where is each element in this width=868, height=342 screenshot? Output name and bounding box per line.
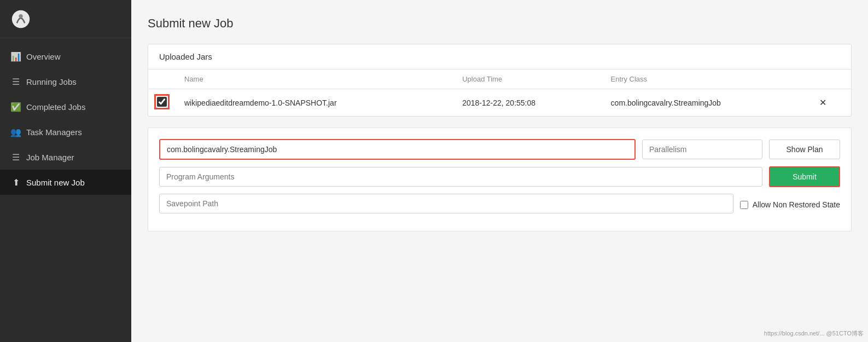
- allow-non-restored-checkbox[interactable]: [740, 201, 748, 209]
- delete-jar-icon[interactable]: ✕: [819, 98, 826, 107]
- submit-job-icon: ⬆: [11, 177, 21, 187]
- parallelism-input[interactable]: [642, 140, 762, 159]
- savepoint-row: Allow Non Restored State: [159, 194, 840, 213]
- sidebar: 📊 Overview ☰ Running Jobs ✅ Completed Jo…: [0, 0, 131, 342]
- jar-name-cell: wikipediaeditdreamdemo-1.0-SNAPSHOT.jar: [176, 89, 453, 117]
- name-col-header: Name: [176, 69, 453, 89]
- sidebar-item-running-jobs-label: Running Jobs: [26, 77, 77, 86]
- completed-jobs-icon: ✅: [11, 102, 21, 112]
- main-content: Submit new Job Uploaded Jars Name Upload…: [131, 0, 868, 342]
- allow-non-restored-state-group: Allow Non Restored State: [740, 200, 840, 209]
- jar-entry-class-cell: com.bolingcavalry.StreamingJob: [602, 89, 811, 117]
- entry-class-row: Show Plan: [159, 139, 840, 160]
- program-arguments-input[interactable]: [159, 167, 762, 187]
- sidebar-item-job-manager[interactable]: ☰ Job Manager: [0, 144, 131, 170]
- savepoint-path-input[interactable]: [159, 194, 733, 213]
- entry-class-input[interactable]: [159, 139, 636, 160]
- uploaded-jars-header: Uploaded Jars: [148, 44, 851, 69]
- watermark-text: https://blog.csdn.net/... @51CTO博客: [764, 329, 864, 338]
- program-args-row: Submit: [159, 166, 840, 187]
- svg-point-1: [19, 14, 22, 18]
- checkbox-col-header: [148, 69, 176, 89]
- jars-table: Name Upload Time Entry Class wikipediaed…: [148, 69, 851, 116]
- running-jobs-icon: ☰: [11, 77, 21, 86]
- sidebar-item-running-jobs[interactable]: ☰ Running Jobs: [0, 69, 131, 94]
- entry-class-col-header: Entry Class: [602, 69, 811, 89]
- actions-col-header: [811, 69, 851, 89]
- task-managers-icon: 👥: [11, 127, 21, 137]
- uploaded-jars-card: Uploaded Jars Name Upload Time Entry Cla…: [148, 44, 852, 117]
- sidebar-item-task-managers-label: Task Managers: [26, 127, 82, 137]
- jars-table-header-row: Name Upload Time Entry Class: [148, 69, 851, 89]
- jar-row-checkbox-cell: [148, 89, 176, 117]
- page-title: Submit new Job: [148, 16, 852, 31]
- submit-button[interactable]: Submit: [769, 166, 840, 187]
- sidebar-item-submit-new-job[interactable]: ⬆ Submit new Job: [0, 170, 131, 195]
- jar-upload-time-cell: 2018-12-22, 20:55:08: [453, 89, 602, 117]
- app-logo-icon: [11, 9, 31, 29]
- sidebar-item-submit-new-job-label: Submit new Job: [26, 178, 85, 187]
- sidebar-item-overview[interactable]: 📊 Overview: [0, 44, 131, 69]
- jars-table-body: wikipediaeditdreamdemo-1.0-SNAPSHOT.jar …: [148, 89, 851, 117]
- allow-non-restored-label: Allow Non Restored State: [753, 200, 840, 209]
- upload-time-col-header: Upload Time: [453, 69, 602, 89]
- sidebar-nav: 📊 Overview ☰ Running Jobs ✅ Completed Jo…: [0, 38, 131, 200]
- sidebar-item-completed-jobs-label: Completed Jobs: [26, 102, 85, 112]
- sidebar-item-task-managers[interactable]: 👥 Task Managers: [0, 119, 131, 144]
- job-submission-form: Show Plan Submit Allow Non Restored Stat…: [148, 127, 852, 231]
- sidebar-item-completed-jobs[interactable]: ✅ Completed Jobs: [0, 94, 131, 119]
- sidebar-logo: [0, 0, 131, 38]
- sidebar-item-overview-label: Overview: [26, 52, 61, 61]
- jar-table-row: wikipediaeditdreamdemo-1.0-SNAPSHOT.jar …: [148, 89, 851, 117]
- job-manager-icon: ☰: [11, 152, 21, 162]
- show-plan-button[interactable]: Show Plan: [769, 140, 840, 159]
- jar-delete-cell: ✕: [811, 89, 851, 117]
- sidebar-item-job-manager-label: Job Manager: [26, 153, 74, 162]
- svg-point-0: [12, 10, 30, 27]
- jar-select-checkbox[interactable]: [157, 97, 167, 107]
- overview-icon: 📊: [11, 51, 21, 61]
